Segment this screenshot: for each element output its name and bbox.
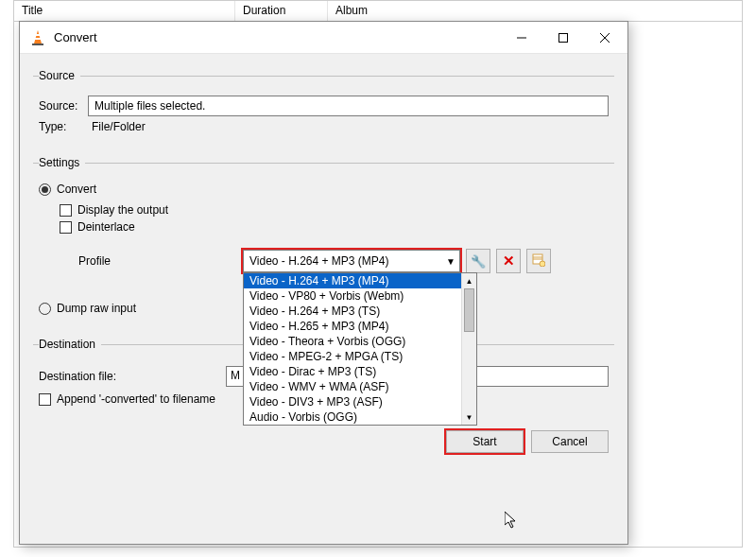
profile-option[interactable]: Video - WMV + WMA (ASF): [244, 379, 461, 394]
svg-marker-0: [34, 30, 42, 44]
convert-dialog: Convert Source Source: Type: File/Folder…: [19, 21, 628, 545]
profile-combobox[interactable]: Video - H.264 + MP3 (MP4) ▼: [243, 250, 460, 272]
col-duration[interactable]: Duration: [235, 1, 328, 21]
append-converted-label: Append '-converted' to filename: [57, 392, 215, 406]
profile-option[interactable]: Video - Theora + Vorbis (OGG): [244, 334, 461, 349]
profile-option[interactable]: Video - H.264 + MP3 (MP4): [244, 273, 461, 288]
profile-option[interactable]: Video - H.264 + MP3 (TS): [244, 304, 461, 319]
source-group: Source Source: Type: File/Folder: [33, 69, 614, 147]
svg-rect-5: [559, 33, 568, 42]
display-output-label: Display the output: [77, 203, 168, 217]
profile-option[interactable]: Video - VP80 + Vorbis (Webm): [244, 288, 461, 304]
display-output-checkbox[interactable]: [60, 204, 72, 217]
source-legend: Source: [39, 69, 80, 82]
delete-profile-button[interactable]: ✕: [496, 249, 521, 273]
start-button[interactable]: Start: [446, 430, 524, 453]
col-album[interactable]: Album: [328, 1, 742, 21]
cancel-button-label: Cancel: [552, 435, 587, 448]
profile-option[interactable]: Video - H.265 + MP3 (MP4): [244, 319, 461, 334]
new-profile-icon: [532, 253, 545, 270]
source-input[interactable]: [88, 96, 609, 116]
deinterlace-checkbox[interactable]: [60, 221, 72, 234]
profile-label: Profile: [60, 254, 243, 268]
profile-option-list: Video - H.264 + MP3 (MP4) Video - VP80 +…: [244, 273, 461, 425]
background-column-headers: Title Duration Album: [13, 0, 743, 21]
dropdown-scrollbar[interactable]: ▲ ▼: [461, 273, 476, 425]
cancel-button[interactable]: Cancel: [531, 430, 609, 453]
col-title[interactable]: Title: [14, 1, 235, 21]
wrench-icon: 🔧: [471, 254, 486, 269]
dialog-title: Convert: [54, 30, 501, 44]
settings-legend: Settings: [39, 156, 85, 169]
type-value: File/Folder: [88, 120, 146, 133]
dump-raw-radio[interactable]: [39, 303, 51, 315]
scroll-down-icon[interactable]: ▼: [462, 409, 476, 425]
profile-option[interactable]: Video - Dirac + MP3 (TS): [244, 364, 461, 379]
start-button-label: Start: [472, 435, 496, 448]
profile-option[interactable]: Audio - Vorbis (OGG): [244, 409, 461, 425]
maximize-button[interactable]: [542, 24, 584, 52]
svg-rect-3: [32, 44, 43, 45]
chevron-down-icon: ▼: [446, 256, 455, 267]
source-label: Source:: [39, 99, 88, 113]
profile-option[interactable]: Video - MPEG-2 + MPGA (TS): [244, 349, 461, 364]
edit-profile-button[interactable]: 🔧: [466, 249, 490, 273]
svg-rect-1: [36, 34, 40, 36]
minimize-button[interactable]: [501, 24, 542, 52]
destination-legend: Destination: [39, 338, 101, 351]
close-button[interactable]: [584, 24, 626, 52]
destination-file-label: Destination file:: [39, 370, 226, 383]
convert-radio[interactable]: [39, 183, 51, 196]
titlebar: Convert: [20, 22, 627, 54]
vlc-icon: [29, 29, 46, 46]
svg-rect-2: [35, 38, 41, 40]
profile-dropdown: Video - H.264 + MP3 (MP4) Video - VP80 +…: [243, 272, 477, 426]
new-profile-button[interactable]: [526, 249, 551, 273]
profile-option[interactable]: Video - DIV3 + MP3 (ASF): [244, 394, 461, 409]
type-label: Type:: [39, 120, 88, 133]
convert-radio-label: Convert: [57, 183, 96, 196]
append-converted-checkbox[interactable]: [39, 393, 51, 406]
delete-x-icon: ✕: [503, 252, 515, 270]
deinterlace-label: Deinterlace: [77, 220, 135, 234]
dump-raw-label: Dump raw input: [57, 302, 136, 315]
svg-point-11: [540, 261, 545, 267]
profile-selected-value: Video - H.264 + MP3 (MP4): [249, 254, 389, 268]
settings-group: Settings Convert Display the output Dein…: [33, 156, 614, 328]
scroll-up-icon[interactable]: ▲: [462, 273, 476, 288]
